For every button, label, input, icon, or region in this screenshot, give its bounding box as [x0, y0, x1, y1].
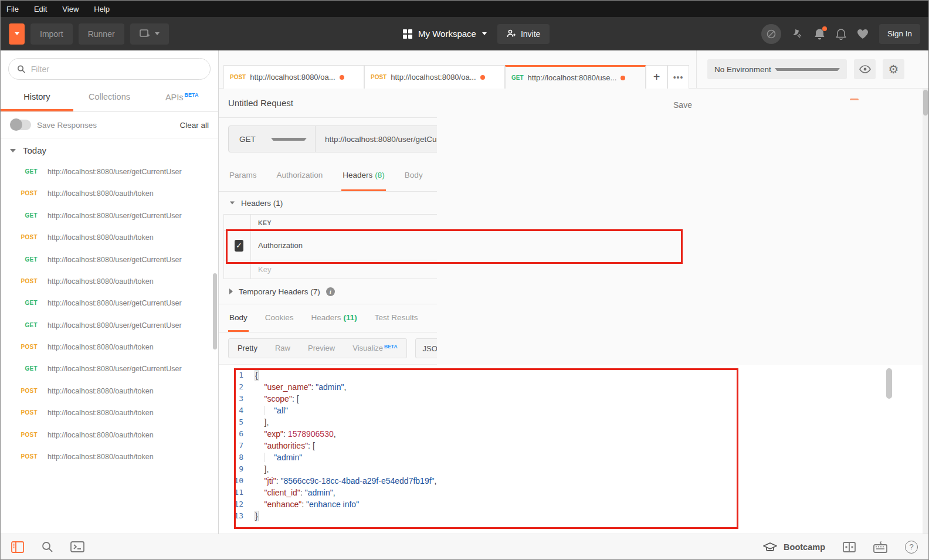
today-group-header[interactable]: Today — [1, 138, 218, 159]
response-body: 1{2 "user_name": "admin",3 "scope": [4 "… — [219, 365, 928, 534]
history-item[interactable]: GEThttp://localhost:8080/user/getCurrent… — [1, 293, 218, 314]
tab-headers[interactable]: Headers(8) — [341, 160, 386, 191]
line-content: "exp": 1578906530, — [255, 428, 336, 440]
tab-options-button[interactable]: ••• — [667, 65, 689, 89]
line-number: 4 — [219, 405, 255, 416]
response-tab-body[interactable]: Body — [228, 304, 249, 332]
environment-settings-button[interactable]: ⚙ — [883, 59, 904, 79]
tab-history[interactable]: History — [1, 86, 73, 111]
sidebar-scrollbar[interactable] — [213, 273, 217, 349]
search-statusbar-icon[interactable] — [42, 541, 53, 552]
history-item[interactable]: GEThttp://localhost:8080/user/getCurrent… — [1, 315, 218, 337]
history-item[interactable]: GEThttp://localhost:8080/user/getCurrent… — [1, 358, 218, 380]
history-item[interactable]: POSThttp://localhost:8080/oauth/token — [1, 381, 218, 402]
view-tab-raw[interactable]: Raw — [266, 339, 299, 358]
request-url: http://localhost:8080/user/getCurrentUse… — [48, 167, 198, 178]
response-tab-cookies[interactable]: Cookies — [264, 304, 295, 332]
satellite-icon — [792, 28, 803, 40]
console-icon[interactable] — [70, 541, 84, 552]
history-item[interactable]: GEThttp://localhost:8080/user/getCurrent… — [1, 249, 218, 271]
code-scrollbar[interactable] — [886, 368, 892, 399]
view-tab-visualize[interactable]: VisualizeBETA — [344, 339, 406, 358]
new-key-field[interactable]: Key — [250, 260, 467, 279]
history-item[interactable]: POSThttp://localhost:8080/oauth/token — [1, 425, 218, 446]
request-url: http://localhost:8080/oauth/token — [48, 276, 198, 287]
save-button[interactable]: Save — [881, 125, 899, 152]
filter-input[interactable] — [31, 65, 202, 74]
import-button[interactable]: Import — [30, 23, 73, 45]
tab-url: http://localhost:8080/oa... — [250, 73, 335, 82]
line-number: 8 — [219, 452, 255, 463]
environment-quicklook-button[interactable] — [854, 59, 876, 79]
history-item[interactable]: GEThttp://localhost:8080/user/getCurrent… — [1, 161, 218, 183]
history-item[interactable]: POSThttp://localhost:8080/oauth/token — [1, 402, 218, 424]
header-key[interactable]: Authorization — [250, 231, 467, 260]
tab-body[interactable]: Body — [404, 160, 424, 191]
sign-in-button[interactable]: Sign In — [879, 24, 920, 44]
request-tab[interactable]: POSThttp://localhost:8080/oa... — [364, 65, 505, 89]
tab-url: http://localhost:8080/oa... — [391, 73, 476, 82]
request-tab[interactable]: POSThttp://localhost:8080/oa... — [223, 65, 364, 89]
history-item[interactable]: GEThttp://localhost:8080/user/getCurrent… — [1, 205, 218, 227]
environment-select[interactable]: No Environment — [707, 59, 847, 79]
runner-button[interactable]: Runner — [79, 23, 124, 45]
new-button[interactable]: + New — [9, 23, 25, 45]
request-tab[interactable]: GEThttp://localhost:8080/use... — [505, 65, 646, 89]
request-url: http://localhost:8080/oauth/token — [48, 342, 198, 353]
postman-window: FileEditViewHelp + New Import Runner My … — [0, 0, 929, 560]
environment-panel: No Environment ⚙ — [696, 50, 928, 88]
invite-button[interactable]: Invite — [497, 24, 550, 44]
code-line: 3 "scope": [ — [219, 393, 928, 405]
heart-icon — [857, 29, 869, 39]
notifications-button[interactable] — [836, 28, 846, 40]
favorites-button[interactable] — [857, 29, 869, 39]
history-item[interactable]: POSThttp://localhost:8080/oauth/token — [1, 183, 218, 205]
new-tab-button[interactable]: + — [646, 65, 667, 89]
history-item[interactable]: POSThttp://localhost:8080/oauth/token — [1, 227, 218, 249]
request-url: http://localhost:8080/oauth/token — [48, 430, 198, 441]
line-content: { — [255, 369, 258, 381]
sidebar-toggle-icon[interactable] — [11, 541, 24, 553]
header-checkbox[interactable]: ✓ — [235, 240, 243, 252]
menu-item-file[interactable]: File — [6, 5, 19, 13]
filter-search-box[interactable] — [8, 58, 211, 80]
two-pane-view-icon[interactable] — [843, 542, 856, 552]
method-select[interactable]: GET — [229, 126, 316, 152]
open-new-window-button[interactable] — [130, 23, 169, 45]
menu-item-view[interactable]: View — [62, 5, 79, 13]
history-item[interactable]: POSThttp://localhost:8080/oauth/token — [1, 446, 218, 468]
main-scrollbar[interactable] — [923, 89, 928, 534]
workspace-switcher[interactable]: My Workspace — [403, 29, 487, 39]
clear-all-button[interactable]: Clear all — [179, 121, 209, 130]
menu-item-help[interactable]: Help — [94, 5, 110, 13]
code-line: 7 "authorities": [ — [219, 440, 928, 452]
announcements-button[interactable] — [814, 28, 825, 40]
gear-icon: ⚙ — [889, 63, 899, 75]
keyboard-shortcuts-icon[interactable] — [873, 541, 887, 553]
tab-url: http://localhost:8080/use... — [528, 73, 617, 82]
save-responses-toggle[interactable] — [10, 120, 31, 130]
line-content: ], — [255, 416, 269, 428]
line-content: ], — [255, 463, 269, 475]
menubar: FileEditViewHelp — [1, 1, 928, 17]
help-icon[interactable]: ? — [905, 541, 918, 554]
history-item[interactable]: POSThttp://localhost:8080/oauth/token — [1, 337, 218, 358]
sync-off-button[interactable] — [761, 24, 781, 44]
line-content: "client_id": "admin", — [255, 487, 335, 498]
response-tab-headers[interactable]: Headers(11) — [310, 304, 358, 332]
line-number: 6 — [219, 428, 255, 440]
tab-authorization[interactable]: Authorization — [276, 160, 324, 191]
tab-apis[interactable]: APIsBETA — [145, 86, 218, 111]
response-tab-test-results[interactable]: Test Results — [374, 304, 419, 332]
new-dropdown-button[interactable] — [9, 23, 25, 45]
status-button[interactable] — [792, 28, 803, 40]
bootcamp-button[interactable]: Bootcamp — [762, 542, 825, 552]
line-number: 1 — [219, 369, 255, 381]
view-tab-preview[interactable]: Preview — [299, 339, 344, 358]
history-item[interactable]: POSThttp://localhost:8080/oauth/token — [1, 271, 218, 293]
line-number: 10 — [219, 475, 255, 487]
view-tab-pretty[interactable]: Pretty — [229, 339, 266, 358]
tab-params[interactable]: Params — [228, 160, 258, 191]
tab-collections[interactable]: Collections — [73, 86, 146, 111]
menu-item-edit[interactable]: Edit — [34, 5, 47, 13]
